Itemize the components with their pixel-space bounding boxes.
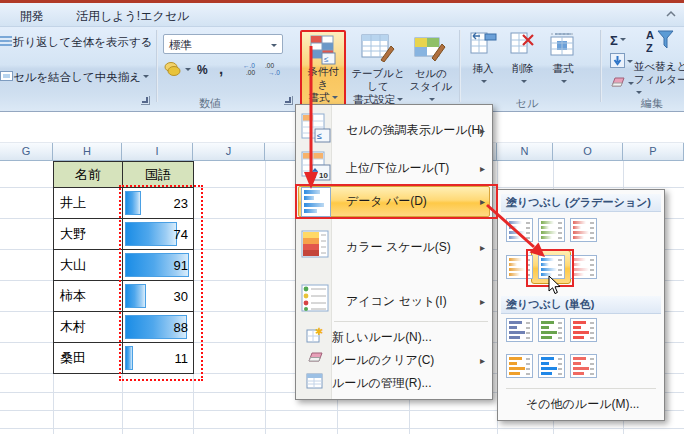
- conditional-formatting-icon: ≤: [310, 35, 336, 65]
- conditional-formatting-label-1: 条件付き: [307, 65, 339, 90]
- column-header[interactable]: P: [623, 143, 684, 161]
- menu-item-highlight-cells-rules[interactable]: ≤ セルの強調表示ルール(H) ▸: [298, 113, 490, 147]
- number-dialog-launcher[interactable]: [284, 96, 293, 105]
- table-cell-name[interactable]: 木村: [53, 311, 123, 343]
- sort-filter-label-2: フィルター: [634, 73, 684, 85]
- swatch-solid-lightblue[interactable]: [538, 354, 565, 378]
- menu-item-label: ルールのクリア(C): [332, 352, 434, 369]
- svg-text:10: 10: [319, 171, 328, 180]
- cell-styles-icon: [408, 32, 454, 65]
- fill-down-icon: [610, 53, 625, 71]
- swatch-gradient-pink[interactable]: [570, 255, 597, 279]
- menu-item-manage-rules[interactable]: ルールの管理(R)...: [298, 372, 490, 394]
- format-dropdown-arrow: [561, 80, 567, 86]
- merge-center-dropdown-arrow: [143, 75, 149, 81]
- column-header[interactable]: G: [0, 143, 53, 161]
- comma-label: ,: [219, 60, 223, 77]
- clear-rules-icon: [306, 350, 324, 370]
- currency-coins-icon: [163, 61, 183, 80]
- currency-format-button[interactable]: [163, 61, 191, 79]
- cell-styles-button[interactable]: セルの スタイル: [408, 32, 454, 106]
- swatch-gradient-blue[interactable]: [506, 218, 533, 242]
- group-label-cells: セル: [487, 96, 567, 111]
- tab-custom[interactable]: 活用しよう!エクセル: [72, 7, 193, 26]
- column-header[interactable]: H: [53, 143, 122, 161]
- format-as-table-label-1: テーブルとして: [351, 67, 404, 92]
- number-format-combo[interactable]: 標準: [163, 34, 283, 54]
- menu-item-new-rule[interactable]: ✱ 新しいルール(N)...: [298, 326, 490, 348]
- merge-center-label: セルを結合して中央揃え: [13, 70, 141, 85]
- swatch-solid-blue[interactable]: [506, 318, 533, 342]
- cell-styles-label-1: セルの: [415, 67, 447, 79]
- column-header[interactable]: O: [553, 143, 623, 161]
- wrap-text-button[interactable]: 折り返して全体を表示する: [0, 33, 153, 51]
- insert-label: 挿入: [473, 62, 494, 74]
- percent-style-button[interactable]: %: [197, 61, 208, 79]
- menu-item-color-scales[interactable]: カラー スケール(S) ▸: [298, 229, 490, 265]
- collapse-ribbon-icon[interactable]: [666, 10, 676, 18]
- decrease-decimal-button[interactable]: .00→.0: [265, 61, 284, 79]
- format-cells-icon: [546, 31, 580, 60]
- svg-text:≤: ≤: [324, 55, 329, 64]
- delete-cells-button[interactable]: 削除: [506, 31, 540, 88]
- tab-developer[interactable]: 開発: [16, 7, 48, 26]
- format-label: 書式: [553, 62, 574, 74]
- submenu-separator: [506, 388, 656, 389]
- svg-text:Z: Z: [646, 42, 653, 54]
- conditional-formatting-button[interactable]: ≤ 条件付き 書式: [300, 30, 346, 107]
- autosum-button[interactable]: Σ: [610, 31, 626, 49]
- menu-item-label: 新しいルール(N)...: [332, 329, 432, 346]
- format-as-table-button[interactable]: テーブルとして 書式設定: [350, 32, 406, 106]
- top-bottom-rules-icon: 10: [301, 151, 331, 185]
- sort-filter-button[interactable]: AZ 並べ替えと フィルター: [634, 28, 684, 99]
- fill-button[interactable]: [610, 53, 633, 71]
- table-cell-name[interactable]: 柿本: [53, 280, 123, 312]
- manage-rules-icon: [306, 372, 324, 394]
- solid-fill-header: 塗りつぶし (単色): [501, 296, 661, 314]
- column-header[interactable]: N: [497, 143, 553, 161]
- conditional-formatting-dropdown-arrow: [332, 96, 338, 102]
- swatch-solid-green[interactable]: [538, 318, 565, 342]
- ribbon: 折り返して全体を表示する セルを結合して中央揃え 標準 % , ←.0.00 .…: [0, 27, 684, 112]
- swatch-solid-orange[interactable]: [506, 354, 533, 378]
- group-separator: [156, 30, 158, 102]
- swatch-solid-coral[interactable]: [570, 354, 597, 378]
- menu-item-label: セルの強調表示ルール(H): [346, 122, 484, 139]
- more-rules-item[interactable]: その他のルール(M)...: [526, 396, 639, 413]
- swatch-gradient-red[interactable]: [570, 218, 597, 242]
- svg-text:≤: ≤: [317, 131, 322, 141]
- insert-cells-button[interactable]: 挿入: [466, 31, 500, 88]
- table-cell-name[interactable]: 井上: [53, 187, 123, 219]
- clear-button[interactable]: [610, 75, 634, 93]
- highlight-cells-rules-icon: ≤: [301, 113, 331, 147]
- submenu-arrow-icon: ▸: [480, 296, 485, 307]
- svg-text:.00: .00: [265, 62, 274, 69]
- table-cell-name[interactable]: 大山: [53, 249, 123, 281]
- menu-item-icon-sets[interactable]: アイコン セット(I) ▸: [298, 283, 490, 319]
- merge-center-button[interactable]: セルを結合して中央揃え: [0, 68, 149, 86]
- increase-decimal-button[interactable]: ←.0.00: [243, 61, 262, 79]
- table-header-name[interactable]: 名前: [53, 161, 123, 188]
- table-cell-name[interactable]: 桑田: [53, 342, 123, 374]
- menu-item-label: アイコン セット(I): [346, 293, 447, 310]
- group-separator: [600, 30, 602, 102]
- menu-item-top-bottom-rules[interactable]: 10 上位/下位ルール(T) ▸: [298, 151, 490, 185]
- alignment-dialog-launcher[interactable]: [141, 96, 150, 105]
- format-cells-button[interactable]: 書式: [546, 31, 580, 88]
- swatch-solid-red[interactable]: [570, 318, 597, 342]
- group-label-number: 数値: [170, 96, 250, 111]
- comma-style-button[interactable]: ,: [219, 59, 223, 77]
- table-header-score[interactable]: 国語: [122, 161, 194, 188]
- table-cell-name[interactable]: 大野: [53, 218, 123, 250]
- menu-item-clear-rules[interactable]: ルールのクリア(C) ▸: [298, 349, 490, 371]
- submenu-arrow-icon: ▸: [480, 163, 485, 174]
- gradient-fill-header: 塗りつぶし (グラデーション): [501, 194, 661, 212]
- menu-item-label: 上位/下位ルール(T): [346, 160, 449, 177]
- column-header[interactable]: I: [122, 143, 193, 161]
- increase-decimal-icon: ←.0.00: [243, 61, 262, 80]
- delete-dropdown-arrow: [521, 80, 527, 86]
- swatch-gradient-green[interactable]: [538, 218, 565, 242]
- column-header[interactable]: J: [193, 143, 265, 161]
- new-rule-icon: ✱: [306, 326, 324, 348]
- group-label-editing: 編集: [620, 96, 684, 111]
